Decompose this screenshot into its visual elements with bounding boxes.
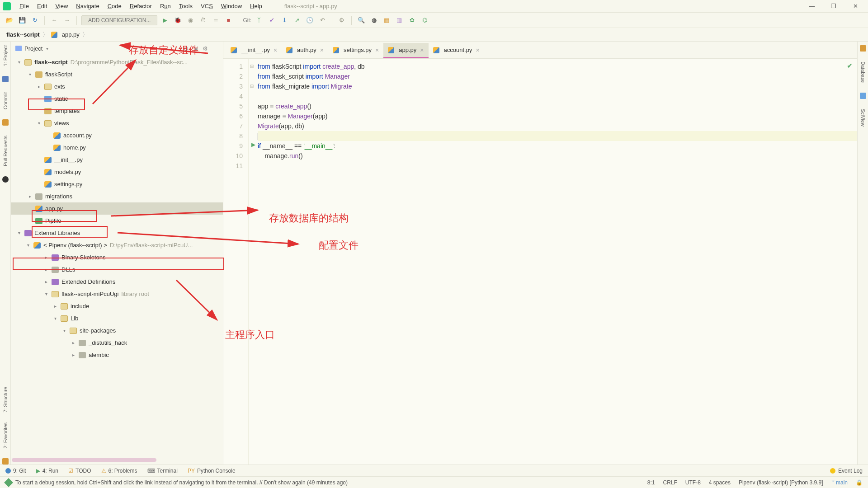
toolwin-todo[interactable]: ☑TODO [68,468,91,474]
toolwin-commit[interactable]: Commit [3,92,8,109]
tree-node[interactable]: __init__.py [11,154,223,166]
tb-extra-3-icon[interactable]: ▥ [394,15,404,25]
close-tab-icon[interactable]: × [320,47,324,54]
tree-node[interactable]: app.py [11,202,223,215]
chevron-down-icon[interactable]: ▾ [46,46,48,51]
tree-node[interactable]: ▸Extended Definitions [11,276,223,288]
sync-icon[interactable]: ↻ [30,15,40,25]
menu-run[interactable]: Run [156,2,175,10]
close-tab-icon[interactable]: × [274,47,277,54]
tree-node[interactable]: settings.py [11,178,223,190]
tree-node[interactable]: static [11,93,223,105]
project-gear-icon[interactable]: ⚙ [203,45,208,52]
toolwin-project[interactable]: 1: Project [3,45,8,66]
git-commit-icon[interactable]: ✔ [267,15,277,25]
github-icon[interactable] [2,176,9,183]
close-tab-icon[interactable]: × [476,47,479,54]
tree-external-libs[interactable]: ▾External Libraries [11,227,223,239]
forward-icon[interactable]: → [62,15,72,25]
tree-node[interactable]: templates [11,105,223,117]
tree-node[interactable]: ▸DLLs [11,263,223,276]
close-tab-icon[interactable]: × [420,47,424,54]
project-header-label[interactable]: Project [24,45,42,52]
status-caret-pos[interactable]: 8:1 [647,479,655,486]
tree-node[interactable]: ▸exts [11,80,223,93]
run-icon[interactable]: ▶ [160,15,170,25]
toolwin-problems[interactable]: ⚠6: Problems [101,468,137,474]
git-rollback-icon[interactable]: ↶ [317,15,327,25]
tree-node[interactable]: Pipfile [11,215,223,227]
status-interpreter[interactable]: Pipenv (flask--script) [Python 3.9.9] [739,479,823,486]
editor-tab[interactable]: __init__.py× [226,43,282,58]
toolwin-database[interactable]: Database [860,61,866,83]
git-update-icon[interactable]: ⬇ [279,15,289,25]
toolwin-sciview[interactable]: SciView [860,109,866,127]
tb-extra-5-icon[interactable]: ⌬ [420,15,429,25]
git-branch-icon[interactable]: ᛉ [254,15,264,25]
menu-code[interactable]: Code [104,2,126,10]
menu-window[interactable]: Window [217,2,246,10]
project-collapse-icon[interactable]: ⇲ [193,45,198,52]
toolwin-git[interactable]: 9: Git [5,468,26,474]
tree-node[interactable]: home.py [11,141,223,154]
minimize-button[interactable]: — [807,3,816,9]
tb-extra-4-icon[interactable]: ✿ [407,15,417,25]
toolwin-event-log[interactable]: Event Log [838,468,863,474]
menu-refactor[interactable]: Refactor [126,2,156,10]
status-lock-icon[interactable]: 🔒 [856,479,863,486]
editor-tab[interactable]: app.py× [383,43,428,58]
project-tree[interactable]: ▾flask--scriptD:\programme\Python\Flask_… [11,55,223,465]
git-history-icon[interactable]: 🕓 [305,15,315,25]
git-push-icon[interactable]: ➚ [292,15,302,25]
status-encoding[interactable]: UTF-8 [685,479,701,486]
editor-body[interactable]: 1234567891011 ⊟⊟ from flaskScript import… [223,59,857,465]
tree-node[interactable]: account.py [11,129,223,141]
fold-column[interactable]: ⊟⊟ [249,59,255,465]
save-icon[interactable]: 💾 [17,15,27,25]
status-indent[interactable]: 4 spaces [709,479,731,486]
tree-node[interactable]: ▸Binary Skeletons [11,251,223,263]
sciview-icon[interactable] [860,93,866,99]
toolwin-structure[interactable]: 7: Structure [3,387,8,413]
editor-tab[interactable]: settings.py× [328,43,383,58]
tb-extra-1-icon[interactable]: ◍ [369,15,379,25]
tree-root[interactable]: ▾flask--scriptD:\programme\Python\Flask_… [11,56,223,68]
status-eol[interactable]: CRLF [663,479,677,486]
toolwin-run[interactable]: ▶4: Run [36,468,58,474]
profile-icon[interactable]: ⏱ [198,15,208,25]
tree-node[interactable]: ▸_distutils_hack [11,337,223,349]
tree-node[interactable]: ▸alembic [11,349,223,361]
tb-extra-2-icon[interactable]: ▦ [382,15,392,25]
run-line-icon[interactable]: ▶ [251,141,255,148]
tree-node[interactable]: ▸include [11,300,223,312]
menu-vcs[interactable]: VCS [197,2,217,10]
search-icon[interactable]: 🔍 [356,15,366,25]
database-icon[interactable] [860,45,866,52]
breadcrumb-file[interactable]: app.py [62,31,80,38]
back-icon[interactable]: ← [49,15,59,25]
add-configuration-button[interactable]: ADD CONFIGURATION... [81,15,157,25]
toolwin-pull-requests[interactable]: Pull Requests [3,136,8,166]
tree-node[interactable]: ▾site-packages [11,324,223,337]
menu-edit[interactable]: Edit [33,2,51,10]
editor-tab[interactable]: auth.py× [282,43,328,58]
menu-help[interactable]: Help [246,2,266,10]
menu-file[interactable]: File [15,2,33,10]
tree-node[interactable]: ▾flaskScript [11,68,223,80]
project-icon[interactable] [2,76,9,82]
tree-node[interactable]: ▸migrations [11,190,223,202]
stop-icon[interactable]: ■ [223,15,233,25]
coverage-icon[interactable]: ◉ [185,15,195,25]
toolwin-python-console[interactable]: PYPython Console [188,468,236,474]
menu-tools[interactable]: Tools [175,2,197,10]
close-tab-icon[interactable]: × [375,47,379,54]
debug-icon[interactable]: 🐞 [173,15,183,25]
settings-icon[interactable]: ⚙ [337,15,347,25]
menu-navigate[interactable]: Navigate [72,2,103,10]
code-area[interactable]: from flaskScript import create_app, dbfr… [255,59,857,465]
tree-node[interactable]: ▾Lib [11,312,223,324]
tree-node[interactable]: ▾views [11,117,223,129]
open-icon[interactable]: 📂 [5,15,14,25]
tree-node[interactable]: models.py [11,166,223,178]
project-settings-icon[interactable]: ⊙ [184,45,189,52]
